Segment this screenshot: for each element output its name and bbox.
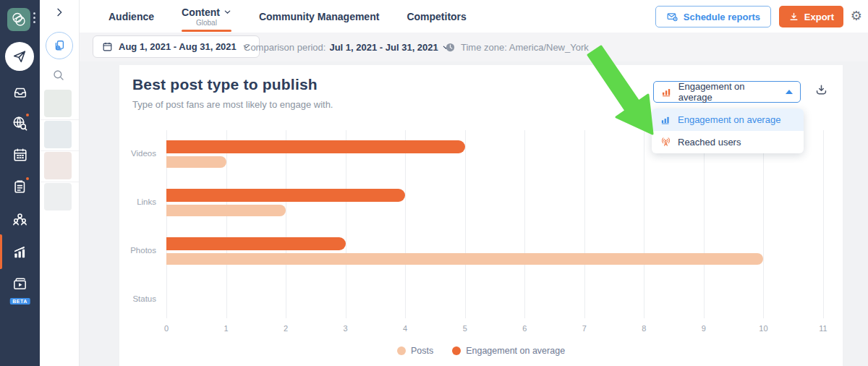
x-tick-label: 6 [522, 324, 527, 333]
nav-tab-content[interactable]: Content Global [182, 0, 231, 33]
calendar-icon [12, 147, 28, 163]
gridline [584, 130, 585, 318]
legend-dot [397, 346, 406, 355]
filter-bar: Aug 1, 2021 - Aug 31, 2021 Comparison pe… [80, 33, 868, 61]
paper-plane-icon [12, 48, 27, 64]
schedule-reports-button[interactable]: Schedule reports [655, 6, 771, 27]
date-range-value: Aug 1, 2021 - Aug 31, 2021 [119, 41, 237, 52]
workspace-menu-icon[interactable] [33, 12, 35, 23]
comparison-period-picker[interactable]: Comparison period: Jul 1, 2021 - Jul 31,… [244, 33, 450, 61]
chevron-right-icon [54, 7, 65, 18]
category-label: Links [106, 197, 156, 206]
nav-label: Audience [109, 11, 154, 22]
notification-dot [25, 176, 30, 182]
bar-chart-icon [660, 114, 671, 125]
globe-doodle-icon [10, 11, 27, 28]
expand-rail-button[interactable] [54, 7, 65, 18]
nav-label: Community Management [259, 11, 379, 22]
timezone-value: Time zone: America/New_York [461, 42, 589, 53]
sidebar-item-calendar[interactable] [0, 140, 40, 169]
x-tick-label: 8 [642, 324, 646, 333]
gridline [524, 130, 525, 318]
gridline [704, 130, 705, 318]
legend-label: Engagement on average [466, 346, 565, 356]
bar-chart-icon [661, 86, 673, 98]
date-range-picker[interactable]: Aug 1, 2021 - Aug 31, 2021 [93, 35, 260, 58]
chart-title: Best post type to publish [132, 76, 318, 93]
profile-placeholder [44, 152, 72, 179]
nav-tab-competitors[interactable]: Competitors [407, 0, 466, 33]
nav-label: Content [182, 7, 220, 18]
caret-up-icon [786, 90, 793, 94]
gridline [465, 130, 466, 318]
option-label: Reached users [678, 137, 741, 148]
bar-links-engagement [166, 189, 405, 202]
sidebar-item-inbox[interactable] [0, 78, 40, 107]
bar-videos-engagement [166, 140, 465, 153]
broadcast-icon [660, 137, 671, 148]
chevron-down-icon [224, 8, 231, 16]
legend-item[interactable]: Posts [397, 346, 433, 356]
schedule-reports-label: Schedule reports [684, 12, 760, 22]
sidebar-item-community[interactable] [0, 205, 40, 234]
legend-item[interactable]: Engagement on average [452, 346, 565, 356]
x-tick-label: 1 [224, 324, 228, 333]
calendar-icon [102, 41, 113, 52]
dropdown-option-engagement[interactable]: Engagement on average [652, 108, 804, 131]
nav-sublabel: Global [196, 19, 217, 27]
inbox-icon [12, 85, 28, 101]
nav-tab-community-management[interactable]: Community Management [259, 0, 379, 33]
settings-gear-icon[interactable]: ⚙ [851, 8, 862, 24]
profile-rail [40, 0, 80, 366]
gridline [763, 130, 764, 318]
gridline [644, 130, 644, 318]
mail-schedule-icon [666, 11, 678, 23]
add-profile-button[interactable] [46, 32, 73, 59]
chart-subtitle: Type of post fans are most likely to eng… [132, 99, 333, 110]
search-icon [52, 69, 65, 82]
download-icon [814, 83, 828, 97]
plot-area: 01234567891011VideosLinksPhotosStatus [166, 130, 823, 318]
gridline [226, 130, 227, 318]
top-header: Audience Content Global Community Manage… [80, 0, 868, 33]
analytics-icon [12, 244, 28, 260]
beta-badge: BETA [9, 298, 30, 305]
category-label: Videos [106, 149, 156, 158]
separator-dot: · [435, 33, 438, 61]
legend-label: Posts [411, 346, 433, 356]
primary-sidebar: BETA [0, 0, 40, 366]
chart-legend: PostsEngagement on average [119, 346, 843, 356]
bar-photos-engagement [166, 237, 346, 250]
notification-dot [25, 112, 30, 118]
search-profiles-button[interactable] [52, 69, 65, 82]
x-tick-label: 4 [403, 324, 407, 333]
sidebar-item-analytics[interactable] [0, 237, 40, 266]
x-tick-label: 3 [344, 324, 348, 333]
people-icon [12, 211, 28, 228]
nav-tab-audience[interactable]: Audience [109, 0, 154, 33]
sidebar-item-listening[interactable] [0, 108, 40, 137]
x-tick-label: 9 [702, 324, 706, 333]
category-label: Photos [106, 246, 156, 255]
bar-photos-posts [166, 253, 763, 265]
download-chart-button[interactable] [814, 83, 828, 97]
export-download-icon [788, 12, 799, 22]
x-tick-label: 7 [582, 324, 587, 333]
option-label: Engagement on average [678, 114, 780, 125]
export-button[interactable]: Export [779, 6, 843, 27]
metric-select-dropdown: Engagement on average Reached users [652, 108, 804, 153]
workspace-avatar[interactable] [7, 8, 30, 31]
comparison-value: Jul 1, 2021 - Jul 31, 2021 [329, 42, 438, 53]
gridline [405, 130, 406, 318]
sidebar-item-publish[interactable] [5, 42, 34, 71]
metric-select[interactable]: Engagement on average [653, 81, 801, 103]
dropdown-option-reached-users[interactable]: Reached users [652, 131, 804, 153]
sidebar-item-video-library[interactable]: BETA [0, 269, 40, 298]
export-label: Export [804, 12, 834, 22]
nav-label: Competitors [407, 11, 466, 22]
profile-placeholder [44, 183, 72, 210]
sidebar-item-content-plan[interactable] [0, 172, 40, 201]
x-tick-label: 5 [463, 324, 467, 333]
profile-placeholder [44, 90, 72, 117]
add-profile-icon [52, 38, 67, 53]
